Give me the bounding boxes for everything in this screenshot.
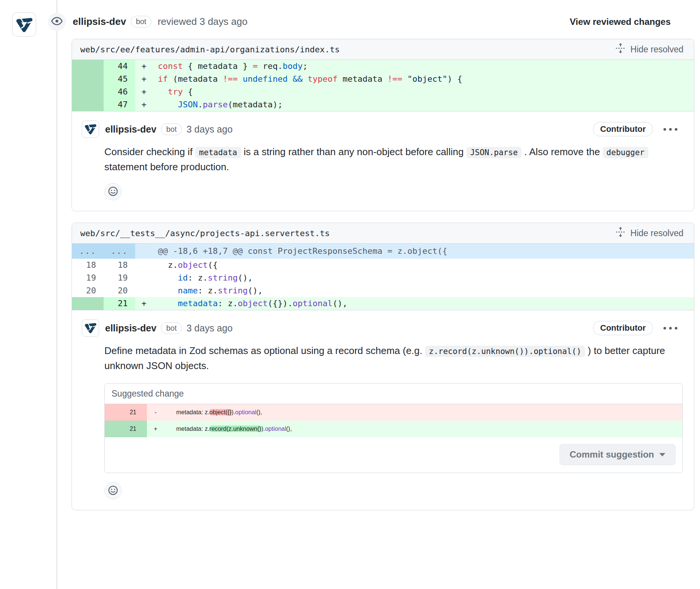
code-line: z.object({ bbox=[153, 259, 694, 272]
add-reaction-button[interactable] bbox=[104, 482, 122, 499]
ellipsis-logo-icon bbox=[15, 15, 33, 34]
kebab-horizontal-icon[interactable] bbox=[663, 128, 677, 131]
suggested-change-title: Suggested change bbox=[105, 384, 682, 404]
commit-suggestion-button[interactable]: Commit suggestion bbox=[559, 444, 676, 465]
avatar[interactable] bbox=[82, 121, 99, 138]
suggestion-deletion-line: 21 - metadata: z.object({}).optional(), bbox=[105, 404, 682, 421]
review-state-badge bbox=[48, 13, 66, 31]
suggested-change-block: Suggested change 21 - metadata: z.object… bbox=[104, 383, 683, 473]
diff-line-20: 20 20 name: z.string(), bbox=[72, 284, 694, 297]
bot-badge: bot bbox=[161, 124, 182, 135]
file-path-link[interactable]: web/src/ee/features/admin-api/organizati… bbox=[80, 45, 340, 54]
hide-resolved-button[interactable]: Hide resolved bbox=[613, 226, 686, 240]
code-line: try { bbox=[153, 85, 694, 98]
ellipsis-logo-icon bbox=[84, 122, 97, 136]
review-thread-card: web/src/__tests__/async/projects-api.ser… bbox=[72, 223, 694, 510]
kebab-horizontal-icon[interactable] bbox=[663, 327, 677, 330]
bot-badge: bot bbox=[131, 16, 152, 27]
diff-line-46: 46 + try { bbox=[72, 85, 694, 98]
hide-resolved-button[interactable]: Hide resolved bbox=[613, 42, 686, 56]
file-header: web/src/ee/features/admin-api/organizati… bbox=[72, 39, 694, 60]
diff-line-45: 45 + if (metadata !== undefined && typeo… bbox=[72, 73, 694, 85]
bot-badge: bot bbox=[161, 322, 182, 334]
review-author[interactable]: ellipsis-dev bbox=[73, 16, 126, 27]
code-line: JSON.parse(metadata); bbox=[153, 98, 694, 111]
role-badge: Contributor bbox=[593, 122, 653, 136]
code-line: name: z.string(), bbox=[153, 284, 694, 297]
hide-resolved-label: Hide resolved bbox=[630, 228, 683, 238]
code-line: const { metadata } = req.body; bbox=[153, 60, 694, 73]
comment-header: ellipsis-dev bot 3 days ago Contributor bbox=[82, 319, 683, 337]
comment-header: ellipsis-dev bot 3 days ago Contributor bbox=[82, 121, 683, 138]
diff-line-21: 21 + metadata: z.object({}).optional(), bbox=[72, 297, 694, 310]
fold-icon bbox=[615, 43, 626, 56]
comment-author[interactable]: ellipsis-dev bbox=[105, 323, 156, 334]
view-reviewed-changes-link[interactable]: View reviewed changes bbox=[570, 17, 671, 27]
review-header: ellipsis-dev bot reviewed 3 days ago Vie… bbox=[0, 0, 700, 27]
comment-timestamp[interactable]: 3 days ago bbox=[186, 124, 232, 135]
diff-table: 44 + const { metadata } = req.body; 45 +… bbox=[72, 60, 694, 111]
comment-body: Define metadata in Zod schemas as option… bbox=[104, 343, 677, 373]
file-header: web/src/__tests__/async/projects-api.ser… bbox=[72, 223, 694, 244]
review-comment: ellipsis-dev bot 3 days ago Contributor … bbox=[72, 310, 694, 510]
suggestion-addition-line: 21 + metadata: z.record(z.unknown()).opt… bbox=[105, 421, 682, 437]
diff-line-18: 18 18 z.object({ bbox=[72, 259, 694, 272]
comment-body: Consider checking if metadata is a strin… bbox=[104, 145, 677, 174]
hide-resolved-label: Hide resolved bbox=[630, 44, 683, 55]
code-line: if (metadata !== undefined && typeof met… bbox=[153, 73, 694, 85]
hunk-header-text: @@ -18,6 +18,7 @@ const ProjectResponseS… bbox=[153, 244, 694, 259]
role-badge: Contributor bbox=[593, 321, 653, 335]
suggestion-footer: Commit suggestion bbox=[105, 437, 682, 473]
ellipsis-logo-icon bbox=[84, 321, 97, 335]
diff-line-47: 47 + JSON.parse(metadata); bbox=[72, 98, 694, 111]
eye-icon bbox=[51, 15, 63, 29]
code-line: metadata: z.object({}).optional(), bbox=[153, 297, 694, 310]
diff-line-44: 44 + const { metadata } = req.body; bbox=[72, 60, 694, 73]
smiley-icon bbox=[108, 186, 118, 198]
comment-author[interactable]: ellipsis-dev bbox=[105, 124, 156, 135]
code-line: metadata: z.object({}).optional(), bbox=[164, 404, 682, 421]
review-comment: ellipsis-dev bot 3 days ago Contributor … bbox=[72, 111, 694, 211]
review-action-text: reviewed 3 days ago bbox=[157, 16, 247, 27]
file-path-link[interactable]: web/src/__tests__/async/projects-api.ser… bbox=[80, 229, 330, 238]
smiley-icon bbox=[108, 485, 118, 497]
hunk-header-row: ... ... @@ -18,6 +18,7 @@ const ProjectR… bbox=[72, 244, 694, 259]
commit-suggestion-label: Commit suggestion bbox=[570, 449, 654, 460]
diff-line-19: 19 19 id: z.string(), bbox=[72, 272, 694, 284]
fold-icon bbox=[615, 226, 626, 240]
review-thread-card: web/src/ee/features/admin-api/organizati… bbox=[72, 39, 694, 211]
diff-table: ... ... @@ -18,6 +18,7 @@ const ProjectR… bbox=[72, 244, 694, 310]
avatar[interactable] bbox=[82, 319, 99, 337]
code-line: id: z.string(), bbox=[153, 272, 694, 284]
timeline-line bbox=[57, 0, 57, 589]
comment-timestamp[interactable]: 3 days ago bbox=[186, 323, 232, 334]
add-reaction-button[interactable] bbox=[104, 183, 122, 200]
code-line: metadata: z.record(z.unknown()).optional… bbox=[164, 421, 682, 437]
avatar[interactable] bbox=[12, 12, 36, 37]
triangle-down-icon bbox=[659, 453, 665, 456]
